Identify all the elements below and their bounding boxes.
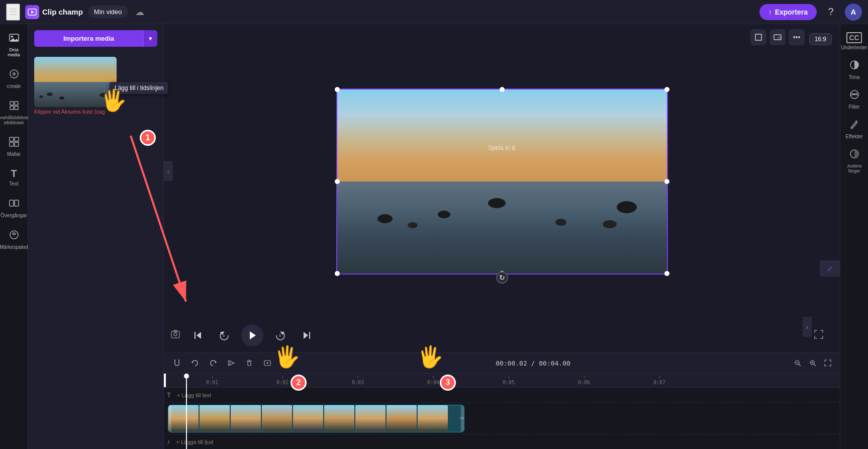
media-thumb-item[interactable]: 🗑 + Lägg till i tidslinjen Klippor vid A… [34,57,117,115]
track-handle-left[interactable]: || [168,405,171,432]
sidebar-item-templates[interactable]: Mallar [1,132,27,161]
ruler-mark-1: 0:01 [206,376,218,385]
filmstrip-frame-1 [168,405,199,432]
svg-rect-10 [10,106,14,110]
hamburger-menu[interactable]: ☰ [6,4,20,21]
rewind-5s-btn[interactable]: 5 [215,326,233,344]
media-thumb-image [34,57,117,107]
timeline-content: 0:01 0:02 0:03 [164,374,840,449]
handle-bl[interactable] [335,271,340,276]
avatar[interactable]: A [845,4,862,21]
zoom-out-btn[interactable] [792,357,804,369]
handle-tr[interactable] [664,87,669,92]
effects-icon [849,119,860,132]
skip-to-start-btn[interactable] [189,326,207,344]
sidebar-item-brand-kit[interactable]: Märkespaket [1,225,27,254]
right-sidebar-item-effects[interactable]: Effekter [841,115,867,143]
media-icon [9,32,20,46]
collapse-panel-btn[interactable]: ‹ [164,161,173,181]
project-name-btn[interactable]: Min video [88,6,128,18]
filmstrip-frame-4 [262,405,292,432]
video-canvas[interactable]: Spela in & ↻ [336,88,668,275]
text-track-row: T + Lägg till text [164,388,840,403]
pip-btn[interactable] [769,29,786,45]
right-sidebar-label-subtitles: Undertexter [841,45,867,50]
ruler-mark-3: 0:03 [352,376,364,385]
svg-rect-13 [15,137,19,141]
track-spacer [164,416,168,420]
right-sidebar-item-adjust[interactable]: Justera färger [841,144,867,177]
video-track-strip[interactable]: || [168,405,464,432]
right-sidebar-item-filter[interactable]: Filter [841,85,867,114]
collapse-timeline-btn[interactable]: › [803,317,812,337]
help-button[interactable]: ? [822,3,840,21]
redo-btn[interactable] [206,356,220,370]
audio-track-row: ♪ + Lägga till ljud [164,434,840,449]
add-to-timeline-btn[interactable] [260,356,274,370]
sidebar-label-text: Text [9,181,18,187]
cut-tool-btn[interactable] [224,356,238,370]
sidebar-item-media[interactable]: Dina media [1,28,27,61]
sidebar-label-media: Dina media [3,47,25,57]
svg-point-3 [11,36,13,38]
aspect-ratio-btn[interactable]: 16:9 [809,33,832,45]
done-check-btn[interactable]: ✓ [820,260,840,277]
logo-icon [25,5,39,19]
export-button[interactable]: ↑ Exportera [759,4,817,20]
import-media-dropdown[interactable]: ▾ [143,30,157,47]
zoom-in-btn[interactable] [807,357,819,369]
magnet-tool-btn[interactable] [170,356,184,370]
svg-marker-34 [304,332,308,339]
handle-lm[interactable] [335,179,340,184]
sidebar-item-text[interactable]: T Text [1,164,27,191]
sidebar-item-content-library[interactable]: Innehållsbibliotek stbibliotek [1,96,27,129]
svg-text:5: 5 [223,334,225,337]
svg-rect-9 [15,102,18,105]
svg-rect-20 [755,34,761,40]
fullscreen-btn[interactable] [814,329,824,342]
more-btn[interactable]: ••• [789,29,805,45]
filmstrip-frame-3 [231,405,261,432]
app-title: Clip champ [42,8,83,16]
filter-icon [849,89,860,103]
preview-controls: ••• [750,29,805,45]
crop-btn[interactable] [750,29,766,45]
forward-5s-btn[interactable]: 5 [271,326,290,344]
import-media-button[interactable]: Importera media [34,30,143,47]
fit-to-view-btn[interactable] [822,357,834,369]
add-text-track-btn[interactable]: + Lägg till text [173,388,215,402]
screenshot-btn[interactable] [170,329,181,342]
svg-text:5: 5 [279,334,281,337]
handle-tl[interactable] [335,87,340,92]
timeline-toolbar: 00:00.02 / 00:04.00 [164,353,840,374]
filmstrip-frame-8 [387,405,417,432]
right-sidebar-item-tone[interactable]: Tona [841,55,867,84]
skip-to-end-btn[interactable] [298,326,316,344]
add-audio-track-btn[interactable]: + Lägga till ljud [172,434,218,449]
cloud-icon: ☁ [135,7,144,18]
video-canvas-wrapper: Spela in & ↻ [164,24,840,318]
svg-rect-14 [10,142,14,146]
play-pause-btn[interactable] [241,324,263,346]
handle-rm[interactable] [664,179,669,184]
media-panel: Importera media ▾ 🗑 + Lägg till i tid [28,24,164,449]
sidebar-item-create[interactable]: create [1,64,27,93]
right-sidebar-item-subtitles[interactable]: CC Undertexter [841,28,867,54]
handle-br[interactable] [664,271,669,276]
sidebar-label-create: create [7,83,21,89]
brand-kit-icon [9,229,20,243]
sidebar-item-transitions[interactable]: Övergångar [1,194,27,222]
handle-tm[interactable] [500,87,505,92]
filmstrip-frame-2 [200,405,230,432]
import-btn-wrapper: Importera media ▾ [34,30,157,47]
track-handle-right[interactable]: || [461,405,464,432]
delete-clip-btn[interactable] [242,356,256,370]
add-to-timeline-tooltip: Lägg till i tidslinjen [110,82,168,94]
rotate-handle[interactable]: ↻ [496,272,508,284]
sidebar-label-templates: Mallar [7,151,21,157]
ruler-mark-5: 0:05 [503,376,515,385]
svg-rect-43 [248,362,251,366]
undo-btn[interactable] [188,356,202,370]
ruler-mark-4: 0:04 [427,376,439,385]
svg-marker-4 [10,38,19,41]
